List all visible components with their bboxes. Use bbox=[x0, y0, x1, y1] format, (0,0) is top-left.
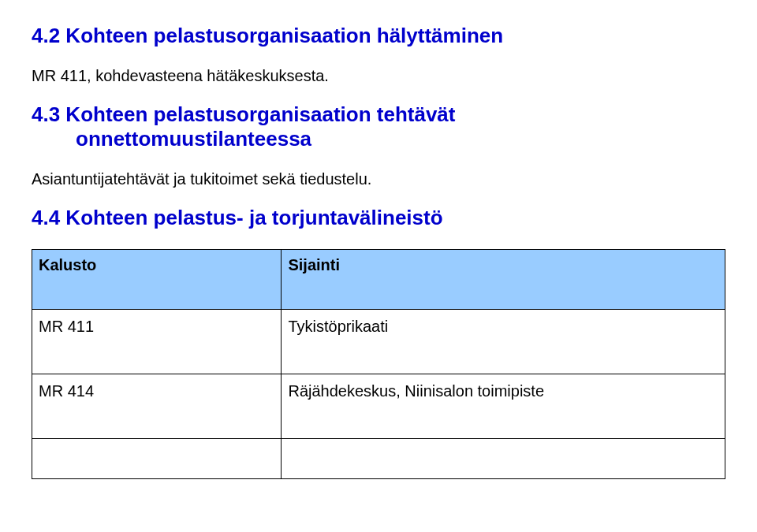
section-4-3-heading-line1: 4.3 Kohteen pelastusorganisaation tehtäv… bbox=[32, 102, 455, 126]
table-row bbox=[32, 439, 725, 479]
table-row: MR 414 Räjähdekeskus, Niinisalon toimipi… bbox=[32, 374, 725, 439]
section-4-3-body: Asiantuntijatehtävät ja tukitoimet sekä … bbox=[32, 170, 725, 188]
section-4-2-body: MR 411, kohdevasteena hätäkeskuksesta. bbox=[32, 67, 725, 85]
equipment-table: Kalusto Sijainti MR 411 Tykistöprikaati … bbox=[32, 249, 725, 479]
table-header-row: Kalusto Sijainti bbox=[32, 250, 725, 310]
table-header-sijainti: Sijainti bbox=[282, 250, 725, 310]
section-4-4-heading: 4.4 Kohteen pelastus- ja torjuntavälinei… bbox=[32, 206, 725, 230]
table-cell-sijainti: Tykistöprikaati bbox=[282, 310, 725, 374]
section-4-2-heading: 4.2 Kohteen pelastusorganisaation hälytt… bbox=[32, 24, 725, 48]
table-cell-kalusto: MR 414 bbox=[32, 374, 282, 439]
table-cell-sijainti: Räjähdekeskus, Niinisalon toimipiste bbox=[282, 374, 725, 439]
table-cell-kalusto: MR 411 bbox=[32, 310, 282, 374]
section-4-3-heading: 4.3 Kohteen pelastusorganisaation tehtäv… bbox=[32, 102, 725, 151]
table-row: MR 411 Tykistöprikaati bbox=[32, 310, 725, 374]
table-cell-kalusto bbox=[32, 439, 282, 479]
table-cell-sijainti bbox=[282, 439, 725, 479]
table-header-kalusto: Kalusto bbox=[32, 250, 282, 310]
section-4-3-heading-line2: onnettomuustilanteessa bbox=[32, 127, 725, 151]
